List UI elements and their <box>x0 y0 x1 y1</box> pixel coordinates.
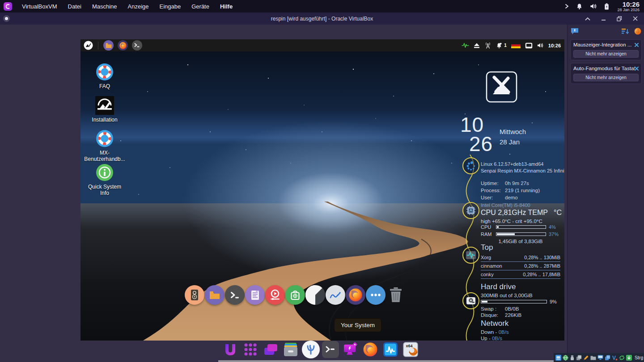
tray-expand-icon[interactable] <box>565 4 569 9</box>
menu-anzeige[interactable]: Anzeige <box>123 3 154 10</box>
conky-top-row: Xorg0,28% .. 130MiB <box>481 255 560 262</box>
guest-panel: 1 10:26 <box>80 39 564 51</box>
dont-show-again-button[interactable]: Nicht mehr anzeigen <box>573 50 639 58</box>
desktop-icon-faq[interactable]: FAQ <box>84 63 125 89</box>
your-system-icon[interactable] <box>366 285 386 305</box>
status-host-capture-icon[interactable] <box>626 355 632 361</box>
menu-eingabe[interactable]: Eingabe <box>154 3 186 10</box>
conky-distro: Senpai Respin MX-Cinnamon 25 Infinity <box>481 168 564 174</box>
conky-ram-bar: RAM 37% <box>481 232 560 237</box>
conky-cpu-bar: CPU 4% <box>481 224 560 230</box>
status-session-icon[interactable] <box>605 355 610 361</box>
distro-logo-icon[interactable] <box>4 2 12 11</box>
theme-switcher-icon[interactable] <box>305 285 325 305</box>
conky-disque: Disque:226KiB <box>481 311 521 319</box>
conky-hdd-usage: 300MiB out of 3,00GiB <box>481 292 533 299</box>
shade-button[interactable] <box>585 17 590 21</box>
menu-geraete[interactable]: Geräte <box>186 3 215 10</box>
media-player-icon[interactable] <box>265 285 285 305</box>
close-button[interactable] <box>633 16 638 21</box>
app-grid-icon[interactable] <box>242 341 259 358</box>
conky-cpu-freq: CPU 2,81GHz TEMP °C <box>481 209 562 217</box>
maximize-button[interactable] <box>617 16 622 21</box>
svg-text:x64: x64 <box>406 344 412 348</box>
status-network-icon[interactable] <box>563 355 568 361</box>
launcher-u-icon[interactable] <box>221 341 239 358</box>
mx-tweak-icon[interactable] <box>326 285 345 305</box>
guest-clock[interactable]: 10:26 <box>548 43 561 48</box>
mx-menu-icon[interactable] <box>84 41 93 50</box>
minimize-button[interactable] <box>601 16 606 21</box>
notification-card: Mauszeiger-Integration ... Nicht mehr an… <box>570 39 642 60</box>
notification-card: Auto-Fangmodus für Tastatur ... Nicht me… <box>570 63 642 84</box>
desktop-icon-quick-system-info[interactable]: Quick System Info <box>84 163 125 196</box>
notification-close-icon[interactable] <box>635 67 639 71</box>
conky-time-minutes: 26 <box>469 134 493 154</box>
browser-zen-icon[interactable] <box>302 341 320 358</box>
conky-weekday: Mittwoch <box>500 128 526 135</box>
firefox-dock-icon[interactable] <box>346 285 365 305</box>
terminal-dock-icon[interactable] <box>225 285 245 305</box>
audio-app-icon[interactable] <box>185 285 204 305</box>
battery-icon[interactable] <box>604 3 609 10</box>
window-switcher-icon[interactable] <box>262 341 280 358</box>
terminal-host-icon[interactable] <box>322 341 339 358</box>
keyboard-layout-flag-icon[interactable] <box>511 42 521 48</box>
notification-title: Auto-Fangmodus für Tastatur ... <box>573 66 635 71</box>
guest-volume-icon[interactable] <box>537 42 544 48</box>
status-mouse-integration-icon[interactable] <box>619 355 625 361</box>
conky-user: User:demo <box>481 194 518 201</box>
conky-cpu-icon <box>462 202 479 219</box>
window-menu-icon[interactable] <box>3 15 10 22</box>
firefox-host-icon[interactable] <box>361 341 379 358</box>
file-manager-dock-icon[interactable] <box>205 285 225 305</box>
conky-date: 28 Jan <box>500 138 520 146</box>
conky-hdd-title: Hard drive <box>481 282 516 291</box>
desktop-icon-installation[interactable]: Installation <box>84 96 125 123</box>
text-editor-icon[interactable] <box>245 285 265 305</box>
conky-os-icon <box>462 157 479 174</box>
display-icon[interactable] <box>525 42 533 49</box>
file-manager-launcher-icon[interactable] <box>103 40 114 51</box>
virtualbox-icon[interactable]: x64 <box>402 341 419 358</box>
host-clock-date: 28 Jan 2026 <box>617 8 640 12</box>
conky-mx-logo-icon <box>485 71 518 103</box>
menu-app[interactable]: VirtualBoxVM <box>17 3 63 10</box>
package-installer-icon[interactable] <box>285 285 305 305</box>
conky-hdd-bar: 9% <box>481 299 560 304</box>
display-settings-icon[interactable] <box>341 341 359 358</box>
network-icon[interactable] <box>484 42 491 49</box>
conky-net-up: Up - 0B/s <box>481 335 502 341</box>
desktop-icon-mx-manual[interactable]: MX-Benutzerhandb... <box>84 129 125 162</box>
notification-center-icon[interactable] <box>570 27 579 35</box>
notification-close-icon[interactable] <box>635 43 639 47</box>
notifications-bell-icon[interactable] <box>576 3 583 10</box>
conky-cpu-temp: high +65.0°C - crit +95.0°C <box>481 218 542 225</box>
system-monitor-icon[interactable] <box>381 341 399 358</box>
status-display-icon[interactable] <box>597 355 603 360</box>
eject-icon[interactable] <box>474 43 480 48</box>
sort-order-icon[interactable] <box>621 28 629 35</box>
menu-datei[interactable]: Datei <box>63 3 87 10</box>
host-menubar: VirtualBoxVM Datei Maschine Anzeige Eing… <box>0 0 644 13</box>
menu-hilfe[interactable]: Hilfe <box>215 3 238 10</box>
conky-process: Process:219 (1 running) <box>481 187 540 194</box>
status-recording-icon[interactable] <box>583 355 589 361</box>
vbox-fire-icon[interactable] <box>634 27 642 35</box>
conky-top-icon <box>462 247 479 264</box>
trash-icon[interactable] <box>386 285 406 305</box>
volume-icon[interactable] <box>590 3 597 9</box>
terminal-launcher-icon[interactable] <box>132 40 142 51</box>
guest-notifications-icon[interactable] <box>496 42 502 49</box>
dont-show-again-button[interactable]: Nicht mehr anzeigen <box>573 74 639 81</box>
menu-maschine[interactable]: Maschine <box>87 3 123 10</box>
status-hdd-icon[interactable] <box>555 355 561 361</box>
host-clock[interactable]: 10:26 28 Jan 2026 <box>617 1 640 12</box>
file-manager-host-icon[interactable] <box>282 341 300 358</box>
system-load-icon[interactable] <box>462 42 469 48</box>
status-shared-folders-icon[interactable] <box>590 355 596 360</box>
firefox-launcher-icon[interactable] <box>118 40 128 51</box>
status-features-icon[interactable]: V <box>612 355 618 361</box>
status-clipboard-icon[interactable] <box>576 355 582 361</box>
status-usb-icon[interactable] <box>570 355 575 361</box>
